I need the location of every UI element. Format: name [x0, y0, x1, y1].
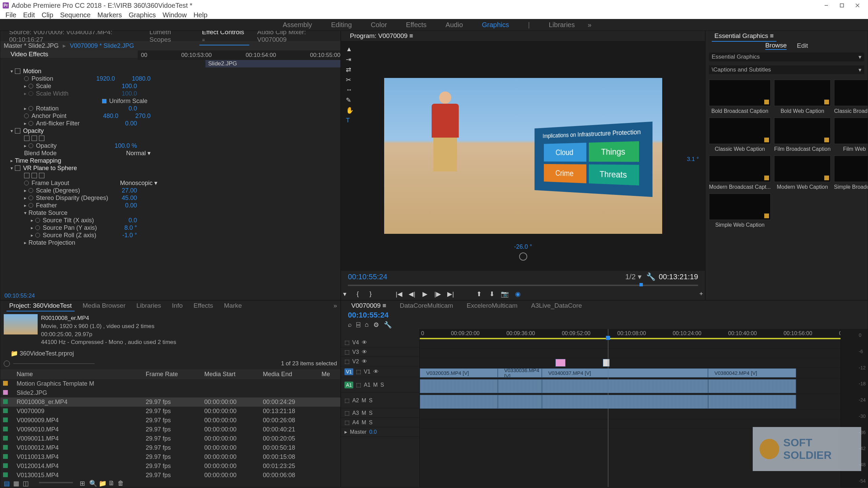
- timeline-audio-clip[interactable]: [498, 379, 542, 393]
- ec-roll-v[interactable]: -1.0 °: [122, 232, 137, 239]
- timeline-audio-clip[interactable]: [498, 395, 542, 409]
- tab-sequence[interactable]: V0070009 ≡: [344, 302, 393, 309]
- stopwatch-icon[interactable]: [28, 121, 33, 126]
- timeline-ruler[interactable]: 000:09:20:0000:09:36:0000:09:52:0000:10:…: [420, 329, 841, 338]
- project-row[interactable]: V0100012.MP429.97 fps00:00:00:0000:00:50…: [0, 443, 340, 452]
- timeline-audio-clip[interactable]: [542, 395, 708, 409]
- workspace-graphics[interactable]: Graphics: [472, 21, 518, 29]
- ec-motion[interactable]: Motion: [23, 68, 41, 75]
- eg-template-item[interactable]: Simple Broadcast Capti...: [834, 156, 868, 190]
- ec-time-remap[interactable]: Time Remapping: [15, 157, 61, 164]
- workspace-assembly[interactable]: Assembly: [273, 21, 322, 29]
- ec-disparity-v[interactable]: 45.00: [122, 195, 137, 202]
- ec-opacity-v[interactable]: 100.0 %: [115, 142, 137, 149]
- ec-pan-v[interactable]: 8.0 °: [124, 224, 137, 231]
- zoom-slider[interactable]: [39, 482, 73, 483]
- menu-sequence[interactable]: Sequence: [57, 11, 94, 19]
- ec-opacity-group[interactable]: Opacity: [23, 127, 44, 135]
- timeline-audio-clip[interactable]: [420, 395, 498, 409]
- project-row[interactable]: V0090011.MP429.97 fps00:00:00:0000:00:20…: [0, 434, 340, 443]
- menu-markers[interactable]: Markers: [94, 11, 125, 19]
- new-bin-button[interactable]: 📁: [99, 480, 105, 486]
- lift-button[interactable]: ⬆: [475, 290, 483, 298]
- tab-lumetri[interactable]: Lumetri Scopes: [144, 30, 197, 43]
- ec-scale-v[interactable]: 100.0: [122, 83, 137, 90]
- eg-tab-browse[interactable]: Browse: [765, 42, 787, 50]
- ec-frame-dropdown[interactable]: Monoscopic ▾: [120, 179, 157, 187]
- step-back-button[interactable]: ◀|: [408, 290, 416, 298]
- project-row[interactable]: R0010008_er.MP429.97 fps00:00:00:0000:00…: [0, 398, 340, 407]
- col-framerate[interactable]: Frame Rate: [143, 369, 202, 379]
- workspace-color[interactable]: Color: [361, 21, 397, 29]
- mark-in-button[interactable]: {: [354, 290, 361, 298]
- timeline-clip[interactable]: [555, 359, 566, 367]
- eg-template-item[interactable]: Classic Broadcast Capt...: [834, 80, 868, 114]
- stopwatch-icon[interactable]: [24, 76, 29, 81]
- settings-icon[interactable]: ⚙: [373, 321, 379, 329]
- eg-tab-edit[interactable]: Edit: [797, 42, 808, 49]
- eg-template-item[interactable]: Modern Broadcast Capt...: [709, 156, 771, 190]
- button-editor-button[interactable]: +: [697, 290, 705, 298]
- project-row[interactable]: V0130015.MP429.97 fps00:00:00:0000:00:06…: [0, 471, 340, 478]
- search-icon[interactable]: [4, 361, 10, 367]
- ellipse-mask-icon[interactable]: [24, 173, 29, 178]
- track-head-a2[interactable]: ⬚A2MS: [341, 393, 419, 408]
- vr-toggle-button[interactable]: ◉: [514, 290, 521, 298]
- track-head-v1[interactable]: V1⬚V1👁: [341, 366, 419, 377]
- stopwatch-icon[interactable]: [28, 106, 33, 111]
- tab-sequence[interactable]: ExceleroMulticam: [460, 302, 524, 309]
- tab-program[interactable]: Program: V0070009 ≡: [344, 32, 418, 40]
- tab-markers[interactable]: Marke: [219, 302, 248, 309]
- delete-button[interactable]: 🗑: [118, 480, 124, 486]
- menu-window[interactable]: Window: [159, 11, 190, 19]
- eg-template-item[interactable]: Film Broadcast Caption: [774, 118, 830, 152]
- ec-timecode[interactable]: 00:10:55:24: [0, 292, 340, 300]
- find-button[interactable]: 🔍: [89, 480, 95, 486]
- export-frame-button[interactable]: 📷: [501, 290, 509, 298]
- timeline-audio-clip[interactable]: [708, 395, 796, 409]
- ec-vr-scale-v[interactable]: 27.00: [122, 187, 137, 194]
- project-row[interactable]: V007000929.97 fps00:00:00:0000:13:21:18: [0, 407, 340, 416]
- play-button[interactable]: ▶: [421, 290, 429, 298]
- type-tool-icon[interactable]: T: [346, 117, 353, 123]
- tab-media-browser[interactable]: Media Browser: [77, 302, 131, 309]
- workspace-editing[interactable]: Editing: [321, 21, 361, 29]
- ec-blend-dropdown[interactable]: Normal ▾: [126, 149, 151, 157]
- ec-vr-plane[interactable]: VR Plane to Sphere: [23, 165, 77, 172]
- ec-position-y[interactable]: 1080.0: [132, 75, 151, 82]
- ripple-tool-icon[interactable]: ⇄: [346, 66, 353, 73]
- timeline-audio-clip[interactable]: [708, 379, 796, 393]
- selection-tool-icon[interactable]: ▲: [346, 45, 353, 52]
- col-more[interactable]: Me: [319, 369, 340, 379]
- project-bin-name[interactable]: 📁 360VidoeTest.prproj: [0, 350, 340, 358]
- timeline-clip[interactable]: V0330036.MP4 [V]: [498, 368, 542, 378]
- tab-sequence[interactable]: DataCoreMulticam: [393, 302, 460, 309]
- project-filter-input[interactable]: [13, 363, 95, 364]
- stopwatch-icon[interactable]: [28, 143, 33, 148]
- project-row[interactable]: V0110013.MP429.97 fps00:00:00:0000:00:15…: [0, 452, 340, 462]
- stopwatch-icon[interactable]: [28, 188, 33, 193]
- timeline-clip[interactable]: V0320035.MP4 [V]: [420, 368, 498, 378]
- razor-tool-icon[interactable]: ✂: [346, 76, 353, 83]
- project-row[interactable]: V0120014.MP429.97 fps00:00:00:0000:01:23…: [0, 462, 340, 471]
- ellipse-mask-icon[interactable]: [24, 136, 29, 141]
- track-head-master[interactable]: ▸Master0.0: [341, 427, 419, 437]
- rect-mask-icon[interactable]: [32, 136, 37, 141]
- ec-tilt-v[interactable]: 0.0: [129, 217, 137, 224]
- eg-template-item[interactable]: Bold Broadcast Caption: [709, 80, 771, 114]
- pen-tool-icon[interactable]: ✎: [346, 96, 353, 103]
- stopwatch-icon[interactable]: [35, 218, 40, 223]
- workspace-audio[interactable]: Audio: [436, 21, 472, 29]
- stopwatch-icon[interactable]: [35, 233, 40, 238]
- menu-edit[interactable]: Edit: [20, 11, 38, 19]
- timeline-audio-clip[interactable]: [542, 379, 708, 393]
- tab-audio-mixer[interactable]: Audio Clip Mixer: V0070009: [252, 30, 337, 43]
- wrench-icon[interactable]: 🔧: [384, 321, 392, 329]
- marker-icon[interactable]: ⌂: [365, 321, 369, 329]
- ec-feather-v[interactable]: 0.00: [125, 202, 137, 209]
- new-item-button[interactable]: 🗎: [108, 480, 114, 486]
- workspace-libraries[interactable]: Libraries: [539, 21, 585, 29]
- slip-tool-icon[interactable]: ↔: [346, 86, 353, 93]
- project-row[interactable]: Motion Graphics Template M: [0, 379, 340, 388]
- project-clip-thumbnail[interactable]: [4, 314, 38, 334]
